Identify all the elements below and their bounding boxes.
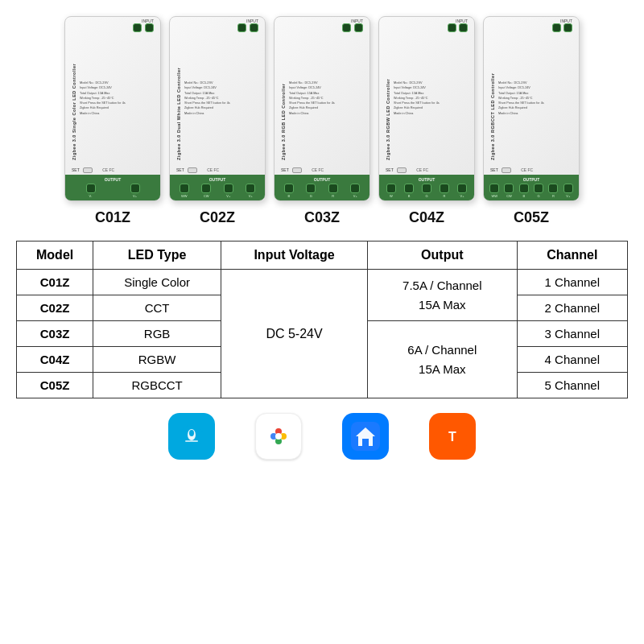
info-line: Model No.: DC5-2SV (289, 81, 363, 85)
info-line: Made in China (498, 112, 572, 116)
col-header-output: Output (367, 242, 517, 270)
input-terminal (459, 23, 468, 32)
terminal-label: W (390, 194, 393, 198)
terminal-label: CW (204, 194, 209, 198)
terminal-screw (564, 184, 573, 193)
col-header-led-type: LED Type (93, 242, 221, 270)
card-body: Zigbee 3.0 RGB LED Controller Model No.:… (275, 32, 369, 165)
info-line: Input Voltage: DC5-24V (498, 86, 572, 90)
input-terminal (448, 23, 456, 32)
input-terminals (65, 23, 160, 32)
device-info-block: Model No.: DC5-2SV Input Voltage: DC5-24… (80, 37, 154, 160)
card-bottom: OUTPUT WW CW V+ (170, 175, 265, 200)
terminal-label: B (287, 194, 290, 198)
set-label: SET (281, 167, 289, 172)
card-bottom: OUTPUT W B G R (379, 175, 474, 200)
info-line: Model No.: DC5-2SV (184, 81, 258, 85)
cell-led-c05z: RGBCCT (93, 373, 221, 398)
terminal-screw (180, 184, 189, 193)
device-card-c05z: INPUT Zigbee 3.0 RGBCCT LED Controller M… (483, 16, 580, 201)
set-button[interactable] (292, 167, 302, 173)
svg-rect-3 (185, 440, 198, 442)
info-line: Working Temp: -25~45°C (394, 97, 468, 101)
set-button[interactable] (188, 167, 197, 173)
terminal-col: R (328, 184, 338, 198)
cell-channel-c02z: 2 Channel (517, 295, 627, 321)
svg-rect-12 (362, 439, 369, 446)
terminal-col: G (306, 184, 316, 198)
terminal-label: V+ (226, 194, 230, 198)
terminal-label: WW (181, 194, 188, 198)
terminal-col: R (548, 184, 558, 198)
col-header-channel: Channel (517, 242, 627, 270)
set-label: SET (176, 167, 184, 172)
svg-text:T: T (448, 430, 456, 444)
input-terminal (354, 23, 363, 32)
input-terminal (552, 23, 561, 32)
set-button[interactable] (397, 167, 407, 173)
terminal-col: V+ (246, 184, 255, 198)
set-label: SET (386, 167, 394, 172)
info-line: Model No.: DC5-2SV (394, 81, 468, 85)
smartlife-svg (351, 422, 380, 451)
cert-marks: CE FC (514, 167, 572, 173)
input-terminal (564, 23, 572, 32)
card-body: Zigbee 3.0 RGBW LED Controller Model No.… (379, 32, 474, 165)
device-title-vertical: Zigbee 3.0 Single Color LED Controller (72, 37, 76, 160)
cell-channel-c05z: 5 Channel (517, 373, 627, 398)
set-button[interactable] (502, 167, 511, 173)
info-line: Made in China (184, 112, 258, 116)
cell-model-c01z: C01Z (17, 270, 93, 295)
app-icons-row: T (168, 413, 476, 460)
input-terminal (342, 23, 351, 32)
info-line: Zigbee Hub Required (80, 106, 154, 110)
device-title-vertical: Zigbee 3.0 RGBW LED Controller (386, 37, 390, 160)
terminal-screw (457, 184, 467, 193)
svg-point-2 (189, 430, 194, 436)
terminal-label: V- (89, 194, 93, 198)
cell-led-c04z: RGBW (93, 347, 221, 373)
cert-marks: CE FC (96, 167, 154, 173)
output-terminals: WW CW B G R (488, 184, 575, 198)
table-row: C01Z Single Color DC 5-24V 7.5A / Channe… (17, 270, 628, 295)
col-header-input-voltage: Input Voltage (221, 242, 368, 270)
terminal-label: V+ (133, 194, 137, 198)
set-button[interactable] (83, 167, 93, 173)
device-item-c04z: INPUT Zigbee 3.0 RGBW LED Controller Mod… (378, 16, 475, 226)
output-terminals: WW CW V+ V+ (174, 184, 261, 198)
output-label: OUTPUT (69, 177, 156, 182)
input-terminal (237, 23, 246, 32)
terminal-screw (519, 184, 529, 193)
spec-table: Model LED Type Input Voltage Output Chan… (16, 241, 628, 398)
cell-output-low: 6A / Channel15A Max (367, 321, 517, 398)
device-name-c02z: C02Z (200, 209, 235, 226)
device-card-c04z: INPUT Zigbee 3.0 RGBW LED Controller Mod… (378, 16, 475, 201)
input-terminals (379, 23, 474, 32)
cell-input-voltage: DC 5-24V (221, 270, 368, 398)
card-bottom: OUTPUT V- V+ (65, 175, 160, 200)
cell-channel-c01z: 1 Channel (517, 270, 627, 295)
terminal-col: CW (504, 184, 514, 198)
terminal-label: R (552, 194, 555, 198)
smart-life-icon (342, 413, 389, 460)
info-line: Input Voltage: DC5-24V (80, 86, 154, 90)
info-line: Short Press the SET button for 4s (184, 101, 258, 105)
terminal-label: B (408, 194, 411, 198)
set-button-area: SET CE FC (484, 165, 579, 175)
terminal-col: B (284, 184, 294, 198)
cell-output-high: 7.5A / Channel15A Max (367, 270, 517, 321)
table-header-row: Model LED Type Input Voltage Output Chan… (17, 242, 628, 270)
terminal-col: B (404, 184, 414, 198)
terminal-screw (504, 184, 514, 193)
terminal-label: G (310, 194, 312, 198)
cell-model-c05z: C05Z (17, 373, 93, 398)
terminal-col: W (386, 184, 396, 198)
info-line: Total Output: 15A Max (289, 92, 363, 96)
cell-model-c04z: C04Z (17, 347, 93, 373)
info-line: Short Press the SET button for 4s (80, 101, 154, 105)
device-item-c03z: INPUT Zigbee 3.0 RGB LED Controller Mode… (274, 16, 370, 226)
input-label-area: INPUT (170, 17, 265, 23)
info-line: Zigbee Hub Required (498, 106, 572, 110)
set-button-area: SET CE FC (65, 165, 160, 175)
info-line: Made in China (394, 112, 468, 116)
